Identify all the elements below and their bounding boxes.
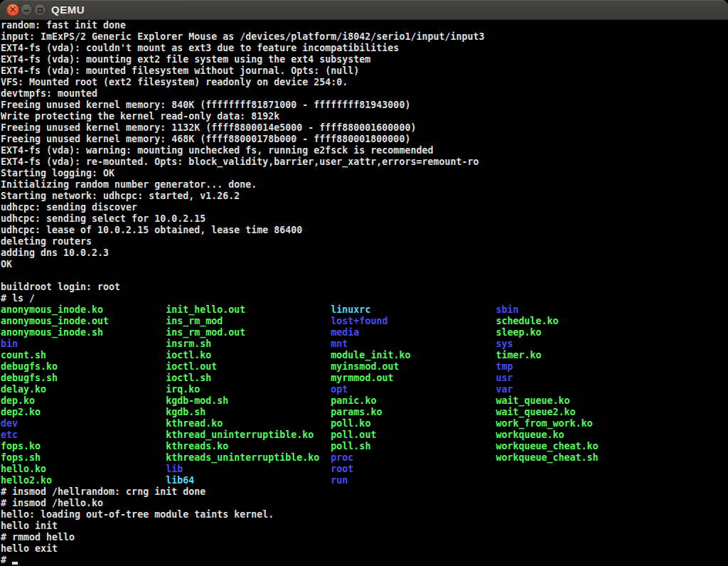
console-line: hello exit: [1, 543, 728, 555]
file-listing-row: bin insrm.sh mnt sys: [1, 338, 728, 350]
file-entry: run: [331, 475, 348, 486]
file-listing-row: hello2.ko lib64 run: [1, 475, 728, 486]
file-entry: workqueue_cheat.sh: [496, 452, 599, 463]
file-entry: kgdb-mod.sh: [166, 395, 228, 406]
file-entry: ioctl.out: [166, 361, 217, 372]
console-line: EXT4-fs (vda): warning: mounting uncheck…: [1, 145, 728, 156]
console-line: Write protecting the kernel read-only da…: [1, 111, 728, 122]
file-listing-row: anonymous_inode.ko init_hello.out linuxr…: [1, 304, 728, 316]
file-entry: work_from_work.ko: [496, 418, 593, 429]
column-padding: [52, 475, 166, 486]
file-entry: wait_queue.ko: [496, 395, 570, 406]
prompt-line: #: [1, 555, 728, 566]
console-line: Starting network: udhcpc: started, v1.26…: [1, 191, 728, 202]
file-entry: insrm.sh: [166, 338, 211, 349]
console-line: # rmmod hello: [1, 532, 728, 543]
column-padding: [376, 395, 496, 406]
file-entry: anonymous_inode.ko: [1, 304, 103, 315]
console-line: hello: loading out-of-tree module taints…: [1, 509, 728, 520]
column-padding: [370, 304, 496, 315]
file-entry: sbin: [496, 304, 519, 315]
column-padding: [228, 395, 331, 406]
file-entry: irq.ko: [166, 384, 200, 395]
column-padding: [223, 418, 331, 429]
file-listing-row: fops.ko kthreads.ko poll.sh workqueue_ch…: [1, 441, 728, 452]
minimize-button[interactable]: [20, 4, 33, 16]
console-line: # insmod /hellrandom: crng init done: [1, 486, 728, 498]
column-padding: [393, 373, 496, 383]
file-entry: dep.ko: [1, 395, 35, 406]
column-padding: [41, 452, 166, 463]
titlebar[interactable]: ✕ QEMU: [0, 0, 728, 20]
file-entry: timer.ko: [496, 350, 542, 361]
file-entry: ioctl.sh: [166, 373, 211, 383]
file-listing-row: debugfs.ko ioctl.out myinsmod.out tmp: [1, 361, 728, 373]
column-padding: [348, 338, 496, 349]
file-entry: hello2.ko: [1, 475, 52, 486]
console-line: buildroot login: root: [1, 282, 728, 293]
file-entry: etc: [1, 429, 18, 440]
file-entry: fops.sh: [1, 452, 41, 463]
console-line: Freeing unused kernel memory: 1132K (fff…: [1, 122, 728, 134]
file-entry: proc: [331, 452, 353, 463]
file-entry: ins_rm_mod: [166, 316, 223, 326]
file-listing-row: debugfs.sh ioctl.sh myrmmod.out usr: [1, 373, 728, 384]
file-entry: myinsmod.out: [331, 361, 399, 372]
column-padding: [18, 429, 166, 440]
file-entry: ioctl.ko: [166, 350, 211, 361]
column-padding: [353, 452, 496, 463]
column-padding: [359, 327, 496, 338]
minimize-icon: [23, 10, 29, 11]
console-line: EXT4-fs (vda): couldn't mount as ext3 du…: [1, 43, 728, 54]
maximize-button[interactable]: [33, 4, 46, 16]
file-entry: bin: [1, 338, 18, 349]
column-padding: [370, 441, 496, 452]
file-entry: linuxrc: [331, 304, 370, 315]
column-padding: [109, 316, 166, 326]
console-line: [1, 270, 728, 282]
column-padding: [410, 350, 496, 361]
column-padding: [376, 429, 496, 440]
file-entry: ins_rm_mod.out: [166, 327, 245, 338]
maximize-icon: [38, 8, 43, 13]
close-button[interactable]: ✕: [6, 4, 19, 16]
file-listing-row: fops.sh kthreads_uninterruptible.ko proc…: [1, 452, 728, 464]
file-entry: kthreads.ko: [166, 441, 228, 452]
column-padding: [245, 304, 331, 315]
file-entry: kthread.ko: [166, 418, 223, 429]
column-padding: [58, 361, 166, 372]
column-padding: [41, 441, 166, 452]
file-entry: init_hello.out: [166, 304, 245, 315]
console-line: udhcpc: lease of 10.0.2.15 obtained, lea…: [1, 225, 728, 236]
file-entry: debugfs.ko: [1, 361, 58, 372]
file-entry: sys: [496, 338, 513, 349]
file-entry: params.ko: [331, 407, 382, 417]
file-entry: poll.sh: [331, 441, 370, 452]
console-line: VFS: Mounted root (ext2 filesystem) read…: [1, 77, 728, 88]
column-padding: [58, 373, 166, 383]
console-line: Freeing unused kernel memory: 468K (ffff…: [1, 134, 728, 145]
console-line: # ls /: [1, 293, 728, 304]
console-line: EXT4-fs (vda): mounting ext2 file system…: [1, 54, 728, 65]
terminal[interactable]: random: fast init doneinput: ImExPS/2 Ge…: [0, 20, 728, 566]
file-entry: workqueue.ko: [496, 429, 564, 440]
console-line: Freeing unused kernel memory: 840K (ffff…: [1, 100, 728, 111]
console-line: Initializing random number generator... …: [1, 179, 728, 191]
console-line: devtmpfs: mounted: [1, 88, 728, 100]
column-padding: [319, 452, 331, 463]
column-padding: [399, 361, 496, 372]
shell-prompt: #: [1, 555, 12, 565]
column-padding: [348, 384, 496, 395]
file-listing-row: anonymous_inode.out ins_rm_mod lost+foun…: [1, 316, 728, 327]
column-padding: [211, 338, 331, 349]
column-padding: [314, 429, 331, 440]
file-entry: root: [331, 464, 353, 474]
console-line: # insmod /hello.ko: [1, 498, 728, 509]
file-entry: usr: [496, 373, 513, 383]
file-listing-row: etc kthread_uninterruptible.ko poll.out …: [1, 429, 728, 441]
file-entry: media: [331, 327, 359, 338]
file-entry: tmp: [496, 361, 513, 372]
file-entry: poll.ko: [331, 418, 370, 429]
file-entry: hello.ko: [1, 464, 46, 474]
file-entry: lib: [166, 464, 183, 474]
